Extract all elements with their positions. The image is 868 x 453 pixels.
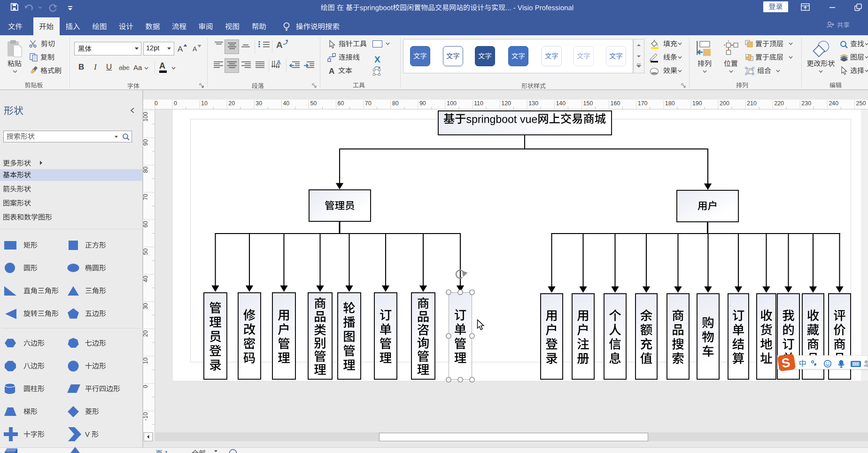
svg-text:A: A xyxy=(277,60,281,66)
